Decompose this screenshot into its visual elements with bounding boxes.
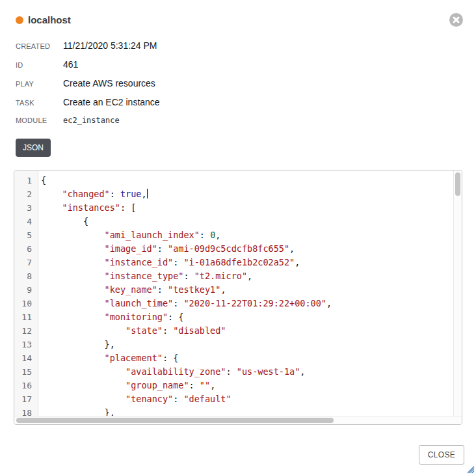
line-number: 6 [14,242,38,256]
detail-label: MODULE [16,116,63,124]
line-number: 9 [14,283,38,297]
code-line[interactable]: "placement": { [41,351,453,365]
modal-footer: CLOSE [0,445,464,465]
line-number: 3 [14,201,38,215]
detail-value: Create AWS resources [63,78,155,88]
vertical-scrollbar-thumb[interactable] [455,172,460,196]
line-number: 1 [14,174,38,187]
detail-label: PLAY [16,80,63,88]
line-number: 14 [14,351,38,365]
json-view-toggle-button[interactable]: JSON [16,139,51,157]
code-line[interactable]: "instance_id": "i-01a68dfe1b2c02a52", [41,256,453,269]
line-number: 17 [14,392,38,406]
line-number: 11 [14,310,38,324]
modal-header: localhost [0,0,476,27]
code-line[interactable]: "key_name": "testkey1", [41,283,453,297]
detail-value: Create an EC2 instance [63,97,160,107]
x-icon [453,16,460,23]
editor-gutter: 123456789101112131415161718 [14,170,38,416]
code-line[interactable]: "availability_zone": "us-west-1a", [41,365,453,379]
host-status-dot-icon [16,16,23,24]
code-line[interactable]: "monitoring": { [41,310,453,324]
json-output-editor: 123456789101112131415161718 { "changed":… [14,170,462,425]
code-line[interactable]: "launch_time": "2020-11-22T01:29:22+00:0… [41,297,453,310]
close-button[interactable]: CLOSE [419,445,464,465]
line-number: 8 [14,269,38,283]
horizontal-scrollbar[interactable] [14,416,462,424]
detail-row-task: TASK Create an EC2 instance [16,97,476,107]
editor-main: 123456789101112131415161718 { "changed":… [14,170,462,416]
detail-row-created: CREATED 11/21/2020 5:31:24 PM [16,40,476,51]
line-number: 12 [14,324,38,338]
text-cursor [147,189,148,198]
resize-grip-icon[interactable] [468,467,475,474]
line-number: 4 [14,215,38,228]
code-line[interactable]: "changed": true, [41,187,453,201]
detail-value: 461 [63,59,78,70]
detail-row-id: ID 461 [16,59,476,70]
line-number: 2 [14,187,38,201]
close-icon[interactable] [449,13,463,27]
horizontal-scrollbar-thumb[interactable] [16,418,334,423]
code-line[interactable]: "ami_launch_index": 0, [41,228,453,242]
line-number: 5 [14,228,38,242]
detail-label: TASK [16,99,63,107]
code-line[interactable]: { [41,174,453,187]
line-number: 13 [14,338,38,351]
detail-label: CREATED [16,42,63,50]
code-line[interactable]: "group_name": "", [41,379,453,392]
detail-row-play: PLAY Create AWS resources [16,78,476,88]
detail-value: 11/21/2020 5:31:24 PM [63,40,157,51]
detail-row-module: MODULE ec2_instance [16,116,476,125]
line-number: 16 [14,379,38,392]
code-line[interactable]: }, [41,406,453,416]
line-number: 10 [14,297,38,310]
code-line[interactable]: "tenancy": "default" [41,392,453,406]
editor-code[interactable]: { "changed": true, "instances": [ { "ami… [38,170,453,416]
vertical-scrollbar[interactable] [453,170,462,416]
detail-value: ec2_instance [63,116,120,125]
code-line[interactable]: "image_id": "ami-09d9c5cdcfb8fc655", [41,242,453,256]
host-title: localhost [28,14,71,25]
host-details: CREATED 11/21/2020 5:31:24 PM ID 461 PLA… [16,40,476,125]
line-number: 15 [14,365,38,379]
code-line[interactable]: { [41,215,453,228]
code-line[interactable]: "state": "disabled" [41,324,453,338]
line-number: 7 [14,256,38,269]
detail-label: ID [16,61,63,69]
code-line[interactable]: "instance_type": "t2.micro", [41,269,453,283]
code-line[interactable]: "instances": [ [41,201,453,215]
code-line[interactable]: }, [41,338,453,351]
